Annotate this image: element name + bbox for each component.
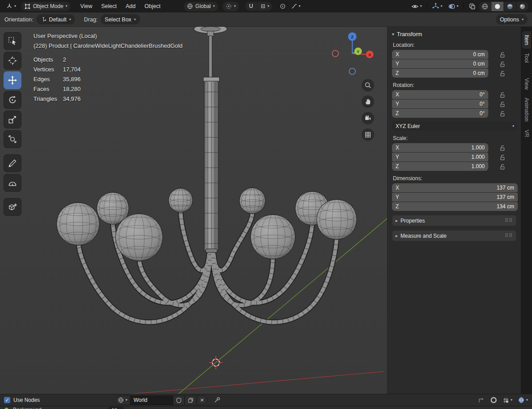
dimensions-x-field[interactable]: X137 cm xyxy=(392,183,518,192)
copy-datablock-button[interactable] xyxy=(185,396,197,405)
scale-y-lock-icon[interactable] xyxy=(499,154,506,160)
unlink-world-button[interactable]: ✕ xyxy=(197,396,207,405)
strip-editor-icon[interactable] xyxy=(4,407,9,409)
panel-drag-handle[interactable]: ⠿⠿ xyxy=(505,218,513,223)
magnet-icon xyxy=(248,3,254,9)
rotation-x-field[interactable]: X0° xyxy=(392,90,488,99)
proportional-falloff-dropdown[interactable]: ▾ xyxy=(289,2,303,11)
dimensions-label: Dimensions: xyxy=(393,175,516,182)
move-tool[interactable] xyxy=(4,71,21,89)
panel-drag-handle-2[interactable]: ⠿⠿ xyxy=(505,233,513,239)
gizmo-x-negative[interactable] xyxy=(332,50,338,57)
rotation-mode-value: XYZ Euler xyxy=(396,123,420,129)
snap-toggle[interactable] xyxy=(245,2,257,11)
drag-setting-dropdown[interactable]: Select Box ▾ xyxy=(101,14,140,25)
cursor-tool[interactable] xyxy=(4,52,21,70)
pin-icon[interactable] xyxy=(214,397,221,404)
tab-view[interactable]: View xyxy=(522,74,531,93)
navigation-gizmo[interactable]: Z Y X xyxy=(328,30,377,79)
snapping-donut-icon[interactable] xyxy=(490,397,497,404)
perspective-toggle-button[interactable] xyxy=(362,128,374,141)
proportional-editing-toggle[interactable] xyxy=(277,2,288,11)
sidebar-tabs: Item Tool View Animation VR xyxy=(521,27,532,394)
snap-grid-dropdown[interactable]: ▾ xyxy=(503,397,512,404)
scale-z-lock-icon[interactable] xyxy=(499,163,506,169)
menu-select[interactable]: Select xyxy=(97,2,121,11)
shading-wireframe-button[interactable] xyxy=(479,2,491,11)
measure-tool[interactable] xyxy=(4,174,21,192)
gizmo-z-negative[interactable] xyxy=(349,68,355,74)
annotate-tool[interactable] xyxy=(4,154,21,172)
overlays-dropdown[interactable]: ▾ xyxy=(445,2,461,11)
zoom-icon xyxy=(364,82,371,89)
shield-icon xyxy=(176,397,181,403)
zoom-button[interactable] xyxy=(362,79,374,91)
object-visibility-dropdown[interactable]: ▾ xyxy=(409,2,424,11)
rotation-x-lock-icon[interactable] xyxy=(499,91,506,98)
location-y-field[interactable]: Y0 cm xyxy=(392,59,488,68)
rotation-mode-dropdown[interactable]: XYZ Euler ▾ xyxy=(392,121,518,131)
use-nodes-checkbox[interactable]: ✓ xyxy=(4,397,10,403)
measure-scale-panel-header[interactable]: ▸ Measure and Scale ⠿⠿ xyxy=(392,230,516,241)
orientation-setting-dropdown[interactable]: Default ▾ xyxy=(37,14,75,25)
transform-orientation-dropdown[interactable]: Global ▾ xyxy=(184,2,218,11)
scale-y-field[interactable]: Y1.000 xyxy=(392,153,488,161)
world-shading-dropdown[interactable]: ▾ xyxy=(518,397,528,404)
properties-panel-header[interactable]: ▸ Properties ⠿⠿ xyxy=(392,215,516,226)
close-icon: ✕ xyxy=(200,397,204,403)
tab-animation[interactable]: Animation xyxy=(522,94,531,125)
strip-all-dropdown[interactable]: All ▾ xyxy=(107,407,124,409)
shading-material-button[interactable] xyxy=(504,2,516,11)
location-label: Location: xyxy=(393,42,516,48)
parent-node-tree-icon[interactable] xyxy=(478,397,485,404)
world-name-input[interactable] xyxy=(130,396,173,405)
scale-tool[interactable] xyxy=(4,111,21,128)
scale-z-field[interactable]: Z1.000 xyxy=(392,162,488,171)
pivot-point-dropdown[interactable]: ▾ xyxy=(223,2,239,11)
mode-label: Object Mode xyxy=(33,3,63,9)
globe-icon xyxy=(187,3,193,9)
location-z-field[interactable]: Z0 cm xyxy=(392,69,488,78)
show-gizmo-dropdown[interactable]: ▾ xyxy=(430,2,445,11)
rotate-tool[interactable] xyxy=(4,91,21,109)
location-y-lock-icon[interactable] xyxy=(499,61,506,67)
tab-tool[interactable]: Tool xyxy=(522,50,531,66)
menu-object[interactable]: Object xyxy=(140,2,165,11)
scale-x-field[interactable]: X1.000 xyxy=(392,143,488,152)
fake-user-button[interactable] xyxy=(173,396,185,405)
gizmo-y-label: Y xyxy=(357,50,359,54)
menu-view[interactable]: View xyxy=(76,2,97,11)
dimensions-y-field[interactable]: Y137 cm xyxy=(392,193,518,202)
tab-item[interactable]: Item xyxy=(522,31,531,49)
menu-add[interactable]: Add xyxy=(121,2,140,11)
add-cube-tool[interactable] xyxy=(4,198,21,216)
mode-dropdown[interactable]: Object Mode ▾ xyxy=(21,2,70,11)
rotation-y-field[interactable]: Y0° xyxy=(392,99,488,108)
dimensions-z-field[interactable]: Z134 cm xyxy=(392,202,518,211)
location-x-lock-icon[interactable] xyxy=(499,51,506,58)
snap-settings-dropdown[interactable]: ▾ xyxy=(257,2,272,11)
rotation-z-field[interactable]: Z0° xyxy=(392,109,488,118)
shading-rendered-button[interactable] xyxy=(516,2,528,11)
tab-vr[interactable]: VR xyxy=(522,126,531,141)
editor-type-button[interactable]: ▾ xyxy=(4,2,18,11)
scale-x-lock-icon[interactable] xyxy=(499,145,506,151)
properties-panel-title: Properties xyxy=(400,218,425,224)
transform-panel-header[interactable]: ▾ Transform xyxy=(392,31,516,37)
scale-label: Scale: xyxy=(393,135,516,141)
transform-tool-icon xyxy=(8,134,17,144)
location-x-field[interactable]: X0 cm xyxy=(392,50,488,59)
camera-view-button[interactable] xyxy=(362,112,374,124)
shading-solid-button[interactable] xyxy=(491,2,504,11)
location-z-lock-icon[interactable] xyxy=(499,70,506,76)
pan-button[interactable] xyxy=(362,95,374,108)
xray-toggle[interactable] xyxy=(466,2,478,11)
orientation-setting-label: Orientation: xyxy=(4,17,33,23)
options-dropdown[interactable]: Options ▾ xyxy=(496,14,528,25)
rotation-y-lock-icon[interactable] xyxy=(499,101,506,107)
browse-world-button[interactable]: ▾ xyxy=(115,396,130,405)
rotation-z-lock-icon[interactable] xyxy=(499,110,506,116)
transform-tool[interactable] xyxy=(4,130,21,148)
rotation-label: Rotation: xyxy=(393,82,516,88)
select-box-tool[interactable] xyxy=(4,32,21,50)
